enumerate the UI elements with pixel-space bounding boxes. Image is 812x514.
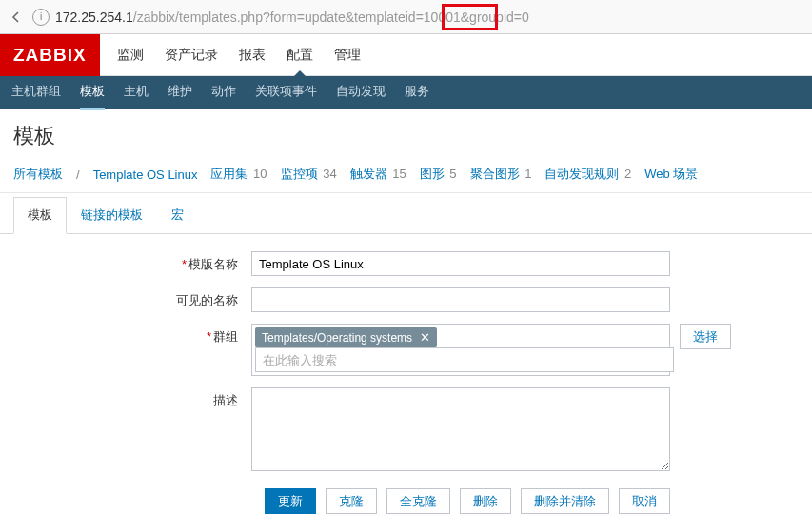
filter-item[interactable]: 聚合图形 1: [470, 166, 532, 183]
select-button[interactable]: 选择: [680, 324, 731, 349]
logo[interactable]: ZABBIX: [0, 34, 100, 76]
url-display[interactable]: 172.25.254.1/zabbix/templates.php?form=u…: [55, 10, 529, 25]
close-icon[interactable]: ✕: [420, 330, 430, 345]
topnav-item[interactable]: 配置: [287, 35, 313, 75]
subnav-item[interactable]: 服务: [405, 75, 429, 110]
filter-item[interactable]: 自动发现规则 2: [545, 166, 631, 183]
filter-item[interactable]: 图形 5: [420, 166, 457, 183]
subnav-item[interactable]: 关联项事件: [255, 75, 317, 110]
subnav-item[interactable]: 动作: [211, 75, 236, 110]
fullclone-button[interactable]: 全克隆: [386, 488, 450, 514]
topnav-item[interactable]: 监测: [117, 35, 144, 75]
cancel-button[interactable]: 取消: [619, 488, 670, 514]
groups-search-input[interactable]: [255, 347, 674, 372]
topnav-item[interactable]: 资产记录: [165, 35, 218, 75]
current-template-link[interactable]: Template OS Linux: [93, 168, 198, 182]
subnav-item[interactable]: 主机群组: [11, 75, 61, 110]
clone-button[interactable]: 克隆: [326, 488, 377, 514]
desc-label: 描述: [13, 387, 251, 409]
filter-item[interactable]: 监控项 34: [281, 166, 337, 183]
groups-multiselect[interactable]: Templates/Operating systems ✕: [251, 324, 670, 376]
name-label: *模版名称: [13, 251, 251, 273]
all-templates-link[interactable]: 所有模板: [13, 166, 63, 183]
tab[interactable]: 宏: [157, 197, 198, 234]
subnav-item[interactable]: 维护: [168, 75, 192, 110]
page-title: 模板: [0, 109, 812, 160]
subnav-item[interactable]: 自动发现: [336, 75, 386, 110]
back-button[interactable]: [6, 7, 27, 28]
visible-label: 可见的名称: [13, 287, 251, 309]
topnav-item[interactable]: 报表: [239, 35, 266, 75]
template-name-input[interactable]: [251, 251, 670, 276]
update-button[interactable]: 更新: [265, 488, 316, 514]
subnav-item[interactable]: 主机: [124, 75, 149, 110]
visible-name-input[interactable]: [251, 287, 670, 312]
filter-item[interactable]: 触发器 15: [350, 166, 406, 183]
tab[interactable]: 链接的模板: [67, 197, 157, 234]
delete-button[interactable]: 删除: [460, 488, 511, 514]
group-chip[interactable]: Templates/Operating systems ✕: [255, 327, 437, 347]
topnav-item[interactable]: 管理: [334, 35, 361, 75]
separator: /: [76, 168, 80, 182]
info-icon[interactable]: i: [32, 9, 50, 26]
groups-label: *群组: [13, 324, 251, 346]
tab[interactable]: 模板: [13, 197, 67, 234]
delete-clear-button[interactable]: 删除并清除: [521, 488, 609, 514]
filter-item[interactable]: Web 场景: [644, 166, 698, 183]
subnav-item[interactable]: 模板: [80, 75, 105, 110]
filter-item[interactable]: 应用集 10: [210, 166, 267, 183]
description-textarea[interactable]: [251, 387, 670, 471]
